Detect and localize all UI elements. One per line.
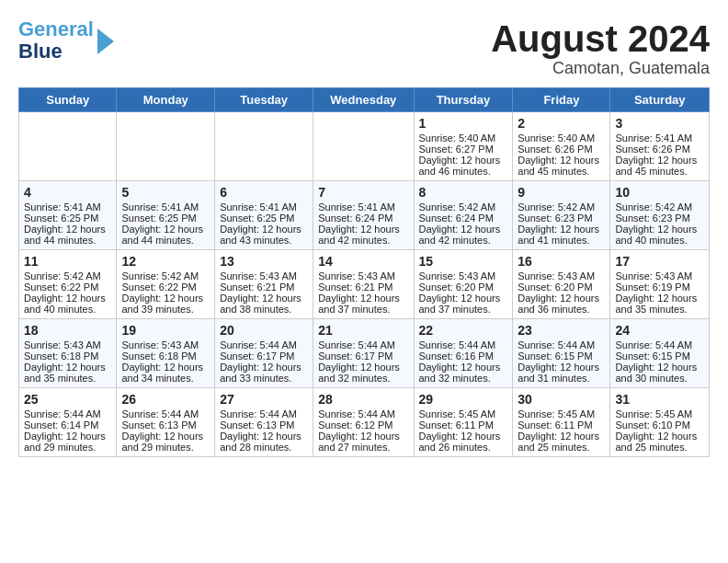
sunset-text: Sunset: 6:13 PM [121, 419, 210, 431]
cell-w5-d2: 26Sunrise: 5:44 AMSunset: 6:13 PMDayligh… [117, 388, 215, 457]
day-number: 13 [220, 254, 308, 269]
title-area: August 2024 Camotan, Guatemala [491, 18, 710, 78]
day-number: 9 [518, 185, 605, 200]
daylight-text: Daylight: 12 hours and 37 minutes. [318, 293, 408, 315]
day-number: 10 [615, 185, 704, 200]
sunrise-text: Sunrise: 5:44 AM [318, 408, 408, 419]
sunrise-text: Sunrise: 5:42 AM [615, 201, 704, 213]
day-number: 29 [419, 392, 508, 407]
logo-text: General [18, 18, 94, 40]
sunrise-text: Sunrise: 5:45 AM [419, 408, 508, 419]
sunset-text: Sunset: 6:12 PM [318, 419, 408, 431]
day-number: 5 [121, 185, 210, 200]
cell-w3-d4: 14Sunrise: 5:43 AMSunset: 6:21 PMDayligh… [313, 250, 414, 319]
cell-w1-d1 [19, 112, 117, 181]
sunrise-text: Sunrise: 5:42 AM [121, 270, 210, 282]
sunset-text: Sunset: 6:11 PM [419, 419, 508, 431]
daylight-text: Daylight: 12 hours and 40 minutes. [24, 293, 111, 315]
sunrise-text: Sunrise: 5:43 AM [318, 270, 408, 282]
sunset-text: Sunset: 6:15 PM [518, 350, 605, 362]
page: General Blue August 2024 Camotan, Guatem… [0, 0, 728, 476]
day-number: 7 [318, 185, 408, 200]
daylight-text: Daylight: 12 hours and 42 minutes. [318, 224, 408, 246]
sunrise-text: Sunrise: 5:44 AM [615, 339, 704, 350]
cell-w3-d2: 12Sunrise: 5:42 AMSunset: 6:22 PMDayligh… [117, 250, 215, 319]
day-number: 20 [220, 323, 308, 338]
sunrise-text: Sunrise: 5:41 AM [615, 132, 704, 144]
week-row-1: 1Sunrise: 5:40 AMSunset: 6:27 PMDaylight… [19, 112, 710, 181]
sunset-text: Sunset: 6:24 PM [318, 213, 408, 224]
daylight-text: Daylight: 12 hours and 44 minutes. [121, 224, 210, 246]
day-number: 25 [24, 392, 111, 407]
cell-w2-d3: 6Sunrise: 5:41 AMSunset: 6:25 PMDaylight… [215, 181, 313, 250]
sunset-text: Sunset: 6:21 PM [220, 282, 308, 293]
calendar-subtitle: Camotan, Guatemala [491, 59, 710, 78]
cell-w4-d7: 24Sunrise: 5:44 AMSunset: 6:15 PMDayligh… [610, 319, 710, 388]
daylight-text: Daylight: 12 hours and 36 minutes. [518, 293, 605, 315]
daylight-text: Daylight: 12 hours and 43 minutes. [220, 224, 308, 246]
daylight-text: Daylight: 12 hours and 27 minutes. [318, 431, 408, 453]
cell-w1-d3 [215, 112, 313, 181]
col-friday: Friday [513, 88, 610, 112]
day-number: 30 [518, 392, 605, 407]
cell-w5-d7: 31Sunrise: 5:45 AMSunset: 6:10 PMDayligh… [610, 388, 710, 457]
day-number: 17 [615, 254, 704, 269]
sunrise-text: Sunrise: 5:43 AM [518, 270, 605, 282]
day-number: 16 [518, 254, 605, 269]
sunrise-text: Sunrise: 5:41 AM [318, 201, 408, 213]
sunrise-text: Sunrise: 5:43 AM [24, 339, 111, 350]
daylight-text: Daylight: 12 hours and 25 minutes. [615, 431, 704, 453]
day-number: 21 [318, 323, 408, 338]
day-number: 4 [24, 185, 111, 200]
col-wednesday: Wednesday [313, 88, 414, 112]
sunset-text: Sunset: 6:25 PM [121, 213, 210, 224]
daylight-text: Daylight: 12 hours and 42 minutes. [419, 224, 508, 246]
day-number: 28 [318, 392, 408, 407]
sunrise-text: Sunrise: 5:41 AM [121, 201, 210, 213]
sunset-text: Sunset: 6:20 PM [419, 282, 508, 293]
day-number: 6 [220, 185, 308, 200]
week-row-2: 4Sunrise: 5:41 AMSunset: 6:25 PMDaylight… [19, 181, 710, 250]
cell-w2-d4: 7Sunrise: 5:41 AMSunset: 6:24 PMDaylight… [313, 181, 414, 250]
day-number: 12 [121, 254, 210, 269]
sunrise-text: Sunrise: 5:44 AM [518, 339, 605, 350]
daylight-text: Daylight: 12 hours and 30 minutes. [615, 362, 704, 384]
sunrise-text: Sunrise: 5:43 AM [419, 270, 508, 282]
cell-w4-d2: 19Sunrise: 5:43 AMSunset: 6:18 PMDayligh… [117, 319, 215, 388]
sunset-text: Sunset: 6:18 PM [24, 350, 111, 362]
daylight-text: Daylight: 12 hours and 41 minutes. [518, 224, 605, 246]
cell-w4-d1: 18Sunrise: 5:43 AMSunset: 6:18 PMDayligh… [19, 319, 117, 388]
day-number: 15 [419, 254, 508, 269]
week-row-3: 11Sunrise: 5:42 AMSunset: 6:22 PMDayligh… [19, 250, 710, 319]
cell-w4-d4: 21Sunrise: 5:44 AMSunset: 6:17 PMDayligh… [313, 319, 414, 388]
logo-general: General [18, 17, 94, 40]
daylight-text: Daylight: 12 hours and 28 minutes. [220, 431, 308, 453]
calendar-table: Sunday Monday Tuesday Wednesday Thursday… [18, 87, 710, 457]
cell-w5-d4: 28Sunrise: 5:44 AMSunset: 6:12 PMDayligh… [313, 388, 414, 457]
day-number: 26 [121, 392, 210, 407]
day-number: 18 [24, 323, 111, 338]
sunset-text: Sunset: 6:25 PM [220, 213, 308, 224]
sunrise-text: Sunrise: 5:40 AM [518, 132, 605, 144]
cell-w1-d4 [313, 112, 414, 181]
sunset-text: Sunset: 6:23 PM [518, 213, 605, 224]
cell-w4-d6: 23Sunrise: 5:44 AMSunset: 6:15 PMDayligh… [513, 319, 610, 388]
sunrise-text: Sunrise: 5:42 AM [518, 201, 605, 213]
day-number: 2 [518, 116, 605, 131]
daylight-text: Daylight: 12 hours and 46 minutes. [419, 155, 508, 177]
cell-w3-d7: 17Sunrise: 5:43 AMSunset: 6:19 PMDayligh… [610, 250, 710, 319]
cell-w5-d5: 29Sunrise: 5:45 AMSunset: 6:11 PMDayligh… [414, 388, 513, 457]
sunrise-text: Sunrise: 5:43 AM [615, 270, 704, 282]
sunset-text: Sunset: 6:25 PM [24, 213, 111, 224]
cell-w2-d5: 8Sunrise: 5:42 AMSunset: 6:24 PMDaylight… [414, 181, 513, 250]
day-number: 8 [419, 185, 508, 200]
col-saturday: Saturday [610, 88, 710, 112]
sunrise-text: Sunrise: 5:41 AM [220, 201, 308, 213]
sunrise-text: Sunrise: 5:43 AM [121, 339, 210, 350]
calendar-title: August 2024 [491, 18, 710, 59]
daylight-text: Daylight: 12 hours and 44 minutes. [24, 224, 111, 246]
day-number: 24 [615, 323, 704, 338]
daylight-text: Daylight: 12 hours and 45 minutes. [518, 155, 605, 177]
sunset-text: Sunset: 6:16 PM [419, 350, 508, 362]
col-monday: Monday [117, 88, 215, 112]
